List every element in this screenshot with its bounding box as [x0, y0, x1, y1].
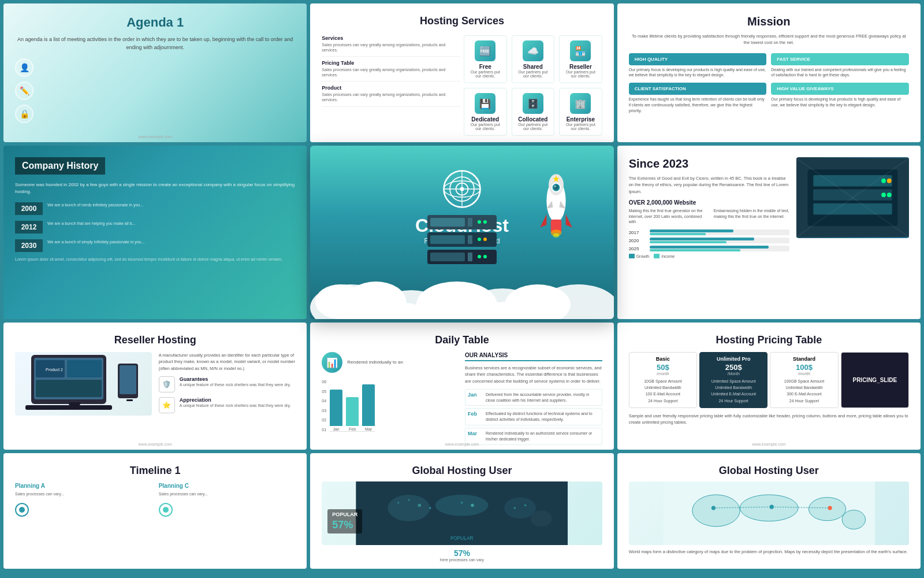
bar-year-2020: 2020	[629, 238, 646, 243]
mission-badges-grid: HIGH QUALITY Our primary focus is develo…	[629, 53, 909, 114]
dedicated-desc: Our partners put our clients.	[469, 123, 502, 131]
since-left: Since 2023 The Extremes of Good and Evil…	[629, 157, 789, 258]
guarantees-icon: 🛡️	[159, 376, 175, 392]
mission-title: Mission	[629, 15, 909, 28]
basic-plan-name: Basic	[633, 356, 693, 362]
mission-description: To make lifetime clients by providing sa…	[629, 33, 909, 46]
analysis-mar-text: Rendered Individually to an authorized s…	[486, 431, 599, 442]
ch-year-box-2000: 2000	[15, 202, 43, 215]
reseller-devices: Product 2	[15, 352, 152, 416]
since-content-wrapper: Since 2023 The Extremes of Good and Evil…	[629, 157, 909, 258]
bar-fill-teal-2020	[650, 238, 755, 240]
badge-client-satisfaction: CLIENT SATISFACTION	[629, 83, 767, 95]
company-history-lorem: Lorem ipsum dolor sit amet, consectetur …	[15, 257, 295, 263]
reseller-description: A manufacturer usually provides an ident…	[159, 352, 296, 372]
global-user-1-title: Global Hosting User	[322, 465, 602, 477]
slide-global-user-2: Global Hosting User World maps form a di…	[617, 453, 921, 569]
svg-point-77	[435, 495, 489, 516]
hosting-card-enterprise: 🏢 Enterprise Our partners put our client…	[559, 88, 602, 136]
svg-point-37	[483, 255, 487, 258]
bar-fill-green-2025	[650, 249, 741, 251]
device-mockup-svg: Product 2	[25, 352, 141, 416]
chart-bar-mar: Mar	[362, 384, 375, 431]
analysis-jan-text: Delivered from the accountable service p…	[486, 392, 599, 403]
svg-rect-35	[430, 218, 465, 227]
hosting-services-title: Hosting Services	[322, 15, 602, 27]
popular-label: POPULAR	[332, 512, 357, 517]
bar-jan-label: Jan	[333, 427, 339, 431]
bar-year-2025: 2025	[629, 246, 646, 251]
hosting-card-reseller: 🏪 Reseller Our partners put our clients.	[559, 35, 602, 83]
daily-service-icon: 📊	[322, 352, 342, 373]
mission-badge-quality: HIGH QUALITY Our primary focus is develo…	[629, 53, 767, 79]
server-cables-svg	[796, 157, 909, 238]
svg-point-78	[504, 498, 536, 519]
planning-a-dot	[19, 507, 25, 513]
analysis-rows: Jan Delivered from the accountable servi…	[465, 389, 602, 445]
svg-rect-33	[430, 253, 465, 261]
daily-bar-chart: 06 05 04 03 02 01 Jan	[322, 380, 459, 432]
collocated-icon: 🗄️	[523, 93, 543, 114]
svg-rect-49	[813, 203, 892, 214]
free-label: Free	[479, 64, 491, 70]
svg-rect-48	[813, 189, 892, 200]
reseller-title: Reseller Hosting	[15, 334, 295, 346]
agenda-item-1: 👤	[15, 58, 295, 77]
rocket-icon	[533, 169, 579, 238]
badge-service-text: Dealing with our trained and competent p…	[771, 67, 909, 79]
mission-badge-giveaways: HIGH VALUE GIVEAWAYS Our primary focus i…	[771, 83, 909, 113]
slide-pricing-table: Hosting Pricing Table Basic 50$ /month 1…	[617, 323, 921, 450]
since-stat-desc1: Making this the first true generator on …	[629, 208, 709, 225]
svg-point-84	[808, 498, 845, 521]
agenda-description: An agenda is a list of meeting activitie…	[15, 36, 295, 51]
agenda-items-list: 👤 ✏️ 🔒	[15, 58, 295, 123]
reseller-features: A manufacturer usually provides an ident…	[159, 352, 296, 416]
since-title: Since 2023	[629, 157, 789, 171]
svg-rect-61	[120, 365, 136, 394]
planning-a-icon	[15, 503, 29, 517]
svg-point-83	[740, 495, 798, 521]
free-icon: 🆓	[475, 40, 495, 61]
svg-text:POPULAR: POPULAR	[450, 536, 473, 541]
legend-income-color	[654, 254, 660, 258]
pricing-table-title: Hosting Pricing Table	[629, 334, 909, 346]
hero-url: www.example.com	[443, 309, 482, 314]
y-label-5: 05	[322, 390, 326, 394]
free-desc: Our partners put our clients.	[469, 70, 502, 78]
since-stat-desc2: Embarrassing hidden in the middle of tex…	[714, 208, 789, 225]
svg-rect-65	[36, 380, 102, 397]
unlimited-plan-price: 250$	[703, 363, 763, 372]
since-stat-descs: Making this the first true generator on …	[629, 208, 789, 225]
standard-plan-name: Standard	[774, 356, 834, 362]
reseller-feature-guarantees: 🛡️ Guarantees A unique feature of these …	[159, 376, 296, 392]
bar-feb	[346, 397, 359, 426]
svg-rect-64	[67, 360, 102, 377]
shared-icon: ☁️	[523, 40, 543, 61]
legend-growth-color	[629, 254, 635, 258]
badge-high-value: HIGH VALUE GIVEAWAYS	[771, 83, 909, 95]
legend-income: Income	[654, 254, 675, 258]
bar-mar	[362, 384, 375, 426]
svg-point-18	[554, 186, 556, 187]
analysis-mar-label: Mar	[468, 431, 482, 442]
analysis-text: Business services are a recognizable sub…	[465, 365, 602, 384]
analysis-title: OUR ANALYSIS	[465, 352, 602, 361]
slide-reseller: Reseller Hosting Product 2	[3, 323, 307, 450]
svg-point-14	[553, 234, 559, 238]
guarantees-desc: A unique feature of these rock shelters …	[180, 382, 291, 388]
bar-fill-green-2020	[650, 241, 726, 243]
daily-icon-row: 📊 Rendered individually to an	[322, 352, 459, 373]
analysis-row-jan: Jan Delivered from the accountable servi…	[465, 389, 602, 406]
bar-fill-teal-2025	[650, 246, 769, 249]
service-pricing-title: Pricing Table	[322, 60, 460, 66]
since-server-image	[796, 157, 909, 238]
company-history-title-wrapper: Company History	[15, 157, 295, 181]
enterprise-label: Enterprise	[567, 116, 595, 123]
svg-point-38	[478, 238, 481, 241]
legend-growth: Growth	[629, 254, 650, 258]
badge-high-quality: HIGH QUALITY	[629, 53, 767, 65]
pricing-description: Sample and user friendly responsive pric…	[629, 413, 909, 426]
svg-point-51	[887, 179, 892, 183]
slide-timeline: Timeline 1 Planning A Sales processes ca…	[3, 453, 307, 569]
service-services-title: Services	[322, 35, 460, 41]
